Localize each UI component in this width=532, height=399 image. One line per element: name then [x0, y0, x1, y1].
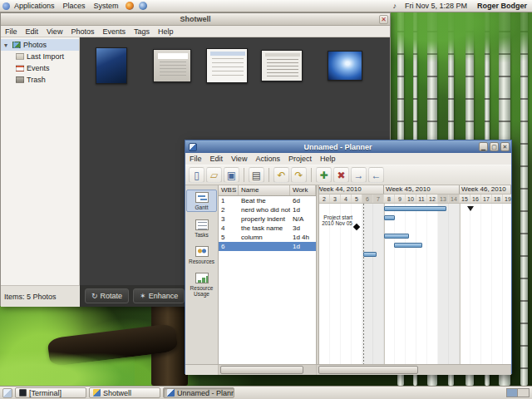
print-icon[interactable]: ▤ [249, 167, 264, 183]
gantt-bar[interactable] [384, 215, 395, 220]
view-gantt[interactable]: Gantt [186, 190, 217, 212]
gantt-day-label: 9 [395, 195, 406, 203]
shotwell-titlebar[interactable]: Shotwell ✕ [1, 13, 390, 26]
gantt-canvas[interactable]: Project start 2010 Nov 05 [319, 204, 511, 364]
taskbar-item-terminal[interactable]: [Terminal] [15, 387, 86, 398]
redo-icon[interactable]: ↷ [291, 167, 307, 183]
task-row[interactable]: 1 Beat the 6d [219, 196, 316, 205]
gantt-day-label: 19 [503, 195, 511, 203]
menu-edit[interactable]: Edit [206, 155, 228, 163]
system-menu[interactable]: System [90, 0, 123, 12]
view-resources[interactable]: Resources [186, 244, 217, 265]
desktop[interactable]: Applications Places System ♪ Fri Nov 5, … [0, 0, 532, 399]
menu-actions[interactable]: Actions [251, 155, 284, 163]
insert-task-icon[interactable]: ✚ [316, 167, 332, 183]
scrollbar-thumb[interactable] [318, 366, 418, 374]
photo-thumbnail[interactable] [328, 51, 362, 81]
annotation-line: Project start [319, 214, 352, 220]
terminal-icon [19, 389, 27, 397]
menu-project[interactable]: Project [284, 155, 316, 163]
user-switcher[interactable]: Roger Bodger [472, 2, 532, 10]
task-row[interactable]: 2 nerd who did not 1d [219, 205, 316, 214]
sidebar-item-photos[interactable]: ▾ Photos [1, 39, 79, 51]
task-row[interactable]: 4 the task name 3d [219, 224, 316, 233]
show-desktop-button[interactable] [2, 388, 12, 398]
firefox-launcher-icon[interactable] [126, 2, 134, 10]
project-start-line [363, 204, 364, 364]
gantt-hscrollbar[interactable] [317, 365, 511, 375]
toolbar-separator [244, 168, 244, 182]
new-document-icon[interactable]: ▯ [189, 167, 204, 183]
menu-events[interactable]: Events [98, 27, 130, 36]
menu-help[interactable]: Help [154, 27, 178, 36]
menu-view[interactable]: View [227, 155, 251, 163]
volume-icon[interactable]: ♪ [389, 2, 400, 10]
column-header-wbs[interactable]: WBS [219, 185, 239, 195]
workspace-cell[interactable] [507, 389, 518, 397]
workspace-switcher[interactable] [506, 388, 530, 397]
view-label: Gantt [195, 204, 209, 210]
view-tasks[interactable]: Tasks [186, 218, 217, 239]
column-header-work[interactable]: Work [290, 185, 316, 195]
photo-thumbnail[interactable] [206, 48, 248, 83]
clock-applet[interactable]: Fri Nov 5, 1:28 PM [400, 2, 472, 10]
sidebar-item-last-import[interactable]: Last Import [1, 51, 79, 62]
photo-thumbnail[interactable] [261, 50, 303, 81]
tasks-view-icon [195, 219, 209, 230]
menu-view[interactable]: View [42, 27, 66, 36]
scrollbar-thumb[interactable] [220, 366, 303, 374]
task-row[interactable]: 3 properly indent N/A [219, 214, 316, 224]
taskbar-item-planner[interactable]: Unnamed - Planner [163, 387, 234, 398]
week-header: Week 45, 2010 [384, 185, 460, 194]
column-header-name[interactable]: Name [239, 185, 290, 195]
sidebar-item-trash[interactable]: Trash [1, 74, 79, 86]
minimize-icon[interactable]: ▁ [479, 142, 488, 151]
gantt-bar[interactable] [384, 206, 446, 211]
gantt-marker[interactable] [467, 206, 474, 211]
menu-photos[interactable]: Photos [66, 27, 98, 36]
menu-file[interactable]: File [1, 27, 22, 36]
gantt-day-label: 7 [373, 195, 384, 203]
menu-edit[interactable]: Edit [22, 27, 43, 36]
weekend-shading [438, 204, 460, 364]
app-launcher-icon[interactable] [139, 2, 147, 10]
places-menu[interactable]: Places [59, 0, 90, 12]
photo-thumbnail[interactable] [96, 47, 127, 84]
task-work: N/A [290, 215, 316, 223]
menu-file[interactable]: File [185, 155, 206, 163]
gantt-milestone[interactable] [353, 224, 360, 230]
remove-task-icon[interactable]: ✖ [333, 167, 349, 183]
gantt-bar[interactable] [363, 252, 377, 257]
photo-thumbnail[interactable] [153, 49, 191, 82]
open-folder-icon[interactable]: ▱ [206, 167, 222, 183]
top-panel: Applications Places System ♪ Fri Nov 5, … [0, 0, 532, 12]
taskbar-item-shotwell[interactable]: Shotwell [89, 387, 160, 398]
table-hscrollbar[interactable] [219, 365, 317, 375]
planner-titlebar[interactable]: Unnamed - Planner ▁ ▢ ✕ [185, 140, 511, 153]
gantt-bar[interactable] [394, 243, 422, 248]
week-header: Week 46, 2010 [460, 185, 511, 194]
applications-menu[interactable]: Applications [10, 0, 59, 12]
task-row[interactable]: 5 column 1d 4h [219, 233, 316, 242]
gantt-weeks-row: Week 44, 2010 Week 45, 2010 Week 46, 201… [319, 185, 511, 195]
undo-icon[interactable]: ↶ [273, 167, 289, 183]
rotate-button[interactable]: ↻ Rotate [85, 288, 129, 303]
expander-icon[interactable]: ▾ [4, 42, 10, 49]
menu-help[interactable]: Help [316, 155, 340, 163]
menu-tags[interactable]: Tags [130, 27, 154, 36]
view-resource-usage[interactable]: Resource Usage [186, 271, 217, 298]
sidebar-item-events[interactable]: Events [1, 62, 79, 74]
workspace-cell[interactable] [518, 389, 529, 397]
gantt-days-row: 2345678910111213141516171819 [319, 195, 511, 204]
task-row-selected[interactable]: 6 1d [219, 242, 316, 251]
gantt-bar[interactable] [384, 234, 409, 239]
unindent-task-icon[interactable]: ← [368, 167, 384, 183]
enhance-button[interactable]: ✶ Enhance [133, 288, 185, 303]
close-icon[interactable]: ✕ [500, 142, 510, 151]
save-icon[interactable]: ▣ [224, 167, 239, 183]
window-title: Unnamed - Planner [199, 143, 477, 151]
maximize-icon[interactable]: ▢ [490, 142, 499, 151]
indent-task-icon[interactable]: → [351, 167, 367, 183]
enhance-label: Enhance [149, 292, 179, 300]
close-icon[interactable]: ✕ [379, 15, 388, 24]
